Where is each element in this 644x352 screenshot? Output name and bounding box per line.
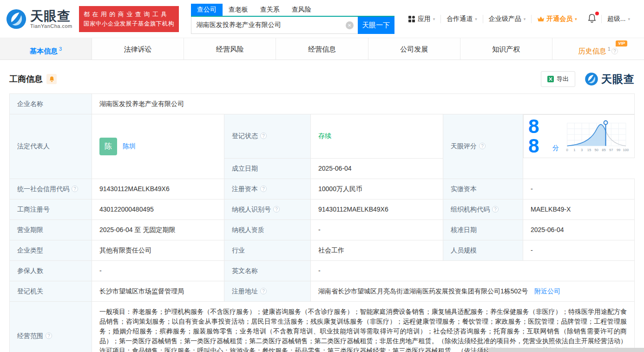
nearby-companies-link[interactable]: 附近公司 (534, 287, 560, 295)
nav-vip-label: 开通会员 (546, 15, 572, 23)
tianyancha-logo[interactable]: 天眼查 TianYanCha.com (6, 8, 72, 30)
score-label: 天眼评分? (443, 114, 523, 179)
tab-label: 法律诉讼 (124, 45, 152, 53)
logo-title: 天眼查 (30, 9, 72, 23)
tab-operation-info[interactable]: 经营信息 (276, 38, 368, 60)
search-tab-relation[interactable]: 查关系 (254, 4, 286, 16)
taxpayer-quality-value: - (311, 219, 443, 240)
company-name-label: 企业名称 (10, 94, 92, 114)
section-title: 工商信息 (9, 73, 43, 85)
nav-super-vip[interactable]: 超级... ▾ (601, 15, 636, 23)
help-icon[interactable]: ? (260, 186, 267, 192)
help-icon[interactable]: ? (492, 206, 499, 213)
legal-rep-link[interactable]: 陈圳 (123, 141, 136, 151)
tab-legal[interactable]: 法律诉讼 (92, 38, 184, 60)
top-header: 天眼查 TianYanCha.com 都在用的商业查询工具 国家中小企业发展子基… (0, 0, 644, 38)
search-button[interactable]: 天眼一下 (358, 17, 394, 34)
search-tab-boss[interactable]: 查老板 (223, 4, 254, 16)
search-block: 查公司 查老板 查关系 查风险 ✕ 天眼一下 (191, 4, 394, 34)
english-name-value: - (311, 260, 635, 281)
reg-status-value: 存续 (311, 114, 443, 159)
paid-capital-value: - (523, 179, 635, 199)
reg-capital-value: 10000万人民币 (311, 179, 443, 199)
search-tab-company[interactable]: 查公司 (191, 4, 223, 16)
score-marker-pin (604, 121, 608, 125)
search-input[interactable] (191, 17, 358, 34)
registry-value: 长沙市望城区市场监督管理局 (92, 281, 224, 301)
brand-text: 天眼查 (601, 72, 635, 86)
score-cell[interactable]: 88 分 (523, 114, 635, 158)
company-name-value: 湖南医发投养老产业有限公司 (92, 94, 635, 114)
address-value: 湖南省长沙市望城区月亮岛街道湖南医药发展投资集团有限公司1栋502号 附近公司 (311, 281, 635, 301)
reg-capital-label: 注册资本? (224, 179, 311, 199)
insured-label: 参保人数 (10, 260, 92, 281)
tab-label: 知识产权 (492, 45, 520, 53)
svg-text:1: 1 (573, 148, 575, 152)
help-icon[interactable]: ? (260, 288, 267, 294)
slogan-line2: 国家中小企业发展子基金旗下机构 (84, 19, 174, 28)
tab-basic-info[interactable]: 基本信息3 (0, 38, 92, 60)
english-name-label: 英文名称 (224, 260, 311, 281)
chevron-down-icon: ▾ (575, 17, 577, 21)
svg-text:97: 97 (609, 148, 613, 152)
nav-app-label: 应用 (418, 15, 431, 23)
industry-label: 行业 (224, 240, 311, 260)
nav-super-label: 超级... (607, 15, 626, 23)
export-button[interactable]: 导出 (541, 71, 575, 87)
nav-open-vip[interactable]: 开通会员 ▾ (531, 15, 583, 23)
business-term-label: 营业期限 (10, 219, 92, 240)
help-icon[interactable]: ? (260, 133, 267, 139)
chevron-down-icon: ▾ (433, 17, 435, 21)
logo-domain: TianYanCha.com (30, 23, 72, 29)
business-term-value: 2025-06-04 至 无固定期限 (92, 219, 224, 240)
legal-rep-label: 法定代表人 (10, 114, 92, 179)
section-header: 工商信息 导出 天眼查 (9, 71, 635, 87)
table-row: 企业名称 湖南医发投养老产业有限公司 (10, 94, 635, 114)
tianyancha-logo-icon (6, 8, 27, 30)
nav-enterprise[interactable]: 企业级产品 ▾ (483, 15, 532, 23)
approval-date-label: 核准日期 (443, 219, 523, 240)
help-icon[interactable]: ? (479, 143, 486, 149)
registry-label: 登记机关 (10, 281, 92, 301)
nav-coop[interactable]: 合作通道 ▾ (440, 15, 483, 23)
monitor-bell-chip[interactable] (46, 74, 57, 84)
clear-icon[interactable]: ✕ (346, 21, 354, 29)
tab-intellectual-property[interactable]: 知识产权 (460, 38, 552, 60)
tab-label: 历史信息 (578, 47, 606, 55)
score-value: 88 (528, 117, 549, 156)
approval-date-value: 2025-06-04 (523, 219, 635, 240)
help-icon[interactable]: ? (46, 332, 52, 339)
bell-icon (49, 76, 55, 82)
insured-value: - (92, 260, 224, 281)
table-row: 营业期限 2025-06-04 至 无固定期限 纳税人资质 - 核准日期 202… (10, 219, 635, 240)
svg-text:100: 100 (623, 148, 629, 152)
company-type-value: 其他有限责任公司 (92, 240, 224, 260)
search-row: ✕ 天眼一下 (191, 17, 394, 34)
search-tabs: 查公司 查老板 查关系 查风险 (191, 4, 394, 17)
tianyancha-logo-icon (585, 72, 598, 86)
establish-date-label: 成立日期 (224, 158, 311, 179)
tab-history-info[interactable]: VIP 历史信息1? (552, 38, 644, 60)
notification-bell[interactable] (583, 13, 601, 25)
excel-icon (547, 76, 554, 82)
business-scope-label: 经营范围? (10, 301, 92, 352)
help-icon[interactable]: ? (273, 206, 280, 213)
app-grid-icon (408, 16, 415, 22)
table-row: 登记机关 长沙市望城区市场监督管理局 注册地址? 湖南省长沙市望城区月亮岛街道湖… (10, 281, 635, 301)
search-tab-risk[interactable]: 查风险 (286, 4, 317, 16)
help-icon[interactable]: ? (611, 48, 618, 54)
tab-operation-risk[interactable]: 经营风险 (184, 38, 276, 60)
tab-company-development[interactable]: 公司发展 (368, 38, 460, 60)
establish-date-value: 2025-06-04 (311, 158, 443, 179)
svg-text:0: 0 (566, 148, 568, 152)
table-row: 法定代表人 陈 陈圳 登记状态? 存续 天眼评分? 88 分 (10, 114, 635, 159)
avatar[interactable]: 陈 (99, 138, 117, 155)
table-row: 参保人数 - 英文名称 - (10, 260, 635, 281)
tab-label: 经营信息 (308, 45, 336, 53)
nav-app[interactable]: 应用 ▾ (403, 15, 441, 23)
help-icon[interactable]: ? (72, 186, 78, 192)
business-scope-value: 一般项目：养老服务；护理机构服务（不含医疗服务）；健康咨询服务（不含诊疗服务）；… (92, 301, 635, 352)
company-type-label: 企业类型 (10, 240, 92, 260)
org-code-value: MAELKB49-X (523, 199, 635, 219)
svg-text:50: 50 (595, 148, 598, 152)
